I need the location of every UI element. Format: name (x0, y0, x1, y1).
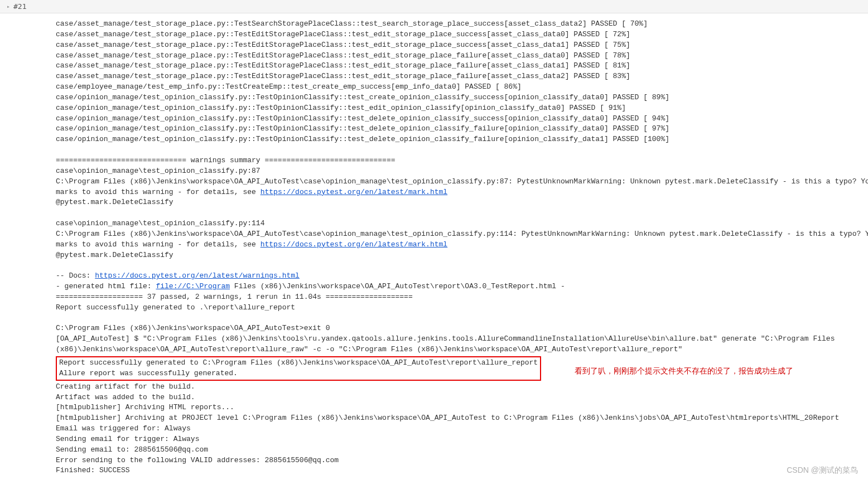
test-result-line: case/opinion_manage/test_opinion_classif… (56, 114, 868, 124)
test-result-line: case/opinion_manage/test_opinion_classif… (56, 134, 868, 145)
warn2-body: C:\Program Files (x86)\Jenkins\workspace… (56, 229, 868, 240)
test-result-line: case/asset_manage/test_storage_place.py:… (56, 19, 868, 30)
test-result-line: case/opinion_manage/test_opinion_classif… (56, 124, 868, 134)
warn1-marks: marks to avoid this warning - for detail… (56, 187, 868, 198)
log-line: Email was triggered for: Always (56, 424, 868, 434)
exit-line: C:\Program Files (x86)\Jenkins\workspace… (56, 323, 868, 334)
test-result-line: case/employee_manage/test_emp_info.py::T… (56, 82, 868, 93)
log-line: Sending email to: 2885615506@qq.com (56, 445, 868, 455)
warn1-path: case\opinion_manage\test_opinion_classif… (56, 166, 868, 177)
log-line: Artifact was added to the build. (56, 392, 868, 403)
build-number[interactable]: #21 (13, 2, 26, 11)
log-line: [htmlpublisher] Archiving HTML reports..… (56, 403, 868, 413)
warnings-header: ============================== warnings … (56, 156, 868, 166)
boxed-line-1: Report successfully generated to C:\Prog… (59, 358, 538, 369)
warn2-decorator: @pytest.mark.DeleteClassify (56, 250, 868, 261)
test-result-line: case/asset_manage/test_storage_place.py:… (56, 51, 868, 61)
warnings-docs-link[interactable]: https://docs.pytest.org/en/latest/warnin… (95, 271, 300, 280)
test-result-line: case/opinion_manage/test_opinion_classif… (56, 93, 868, 103)
test-result-line: case/opinion_manage/test_opinion_classif… (56, 103, 868, 114)
log-line: Sending email for trigger: Always (56, 434, 868, 445)
allure-cmd-1: [OA_API_AutoTest] $ "C:\Program Files (x… (56, 334, 868, 345)
test-result-line: case/asset_manage/test_storage_place.py:… (56, 61, 868, 71)
log-line: Finished: SUCCESS (56, 466, 868, 476)
console-output: case/asset_manage/test_storage_place.py:… (0, 13, 868, 476)
report-gen-1: Report successfully generated to .\repor… (56, 303, 868, 313)
mark-docs-link-2[interactable]: https://docs.pytest.org/en/latest/mark.h… (261, 240, 447, 249)
test-result-line: case/asset_manage/test_storage_place.py:… (56, 71, 868, 82)
summary-line: ==================== 37 passed, 2 warnin… (56, 292, 868, 303)
warn1-body: C:\Program Files (x86)\Jenkins\workspace… (56, 177, 868, 187)
annotation-text: 看到了叭，刚刚那个提示文件夹不存在的没了，报告成功生成了 (575, 355, 793, 376)
warn1-decorator: @pytest.mark.DeleteClassify (56, 197, 868, 208)
log-line: [htmlpublisher] Archiving at PROJECT lev… (56, 413, 868, 424)
warn2-path: case\opinion_manage\test_opinion_classif… (56, 219, 868, 229)
mark-docs-link[interactable]: https://docs.pytest.org/en/latest/mark.h… (261, 188, 447, 196)
breadcrumb: ▸ #21 (0, 0, 868, 13)
docs-line: -- Docs: https://docs.pytest.org/en/late… (56, 271, 868, 282)
warn2-marks: marks to avoid this warning - for detail… (56, 240, 868, 250)
success-highlight-box: Report successfully generated to C:\Prog… (56, 356, 541, 381)
log-line: Error sending to the following VALID add… (56, 455, 868, 466)
chevron-right-icon: ▸ (7, 3, 10, 9)
generated-html-line: - generated html file: file://C:\Program… (56, 282, 868, 292)
boxed-line-2: Allure report was successfully generated… (59, 369, 538, 379)
log-line: Creating artifact for the build. (56, 382, 868, 392)
watermark: CSDN @测试的菜鸟 (787, 466, 858, 476)
test-result-line: case/asset_manage/test_storage_place.py:… (56, 30, 868, 40)
test-result-line: case/asset_manage/test_storage_place.py:… (56, 40, 868, 51)
allure-cmd-2: (x86)\Jenkins\workspace\OA_API_AutoTest\… (56, 345, 868, 355)
html-report-link[interactable]: file://C:\Program (156, 282, 230, 290)
